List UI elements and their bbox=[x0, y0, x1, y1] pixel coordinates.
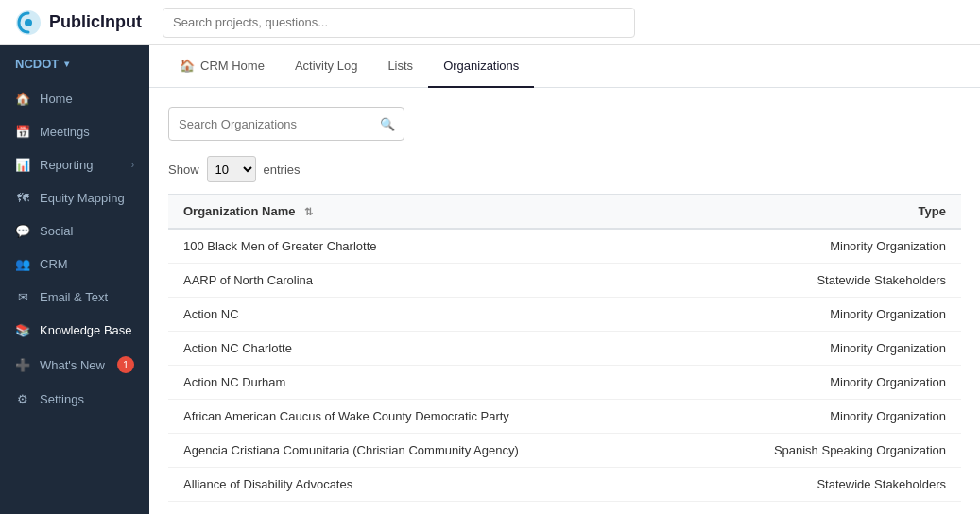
org-type-cell: Minority Organization bbox=[679, 366, 961, 400]
sort-icon: ⇅ bbox=[304, 206, 313, 217]
topbar: PublicInput bbox=[0, 0, 980, 45]
tab-activity-log[interactable]: Activity Log bbox=[280, 45, 372, 88]
sidebar-item-social[interactable]: 💬 Social bbox=[0, 214, 149, 248]
org-type-cell: Spanish Speaking Organization bbox=[679, 434, 961, 468]
tab-organizations[interactable]: Organizations bbox=[428, 45, 534, 88]
entries-label: entries bbox=[264, 163, 301, 177]
org-name-cell: Agencia Cristiana Comunitaria (Christian… bbox=[168, 434, 679, 468]
entries-select[interactable]: 10 25 50 100 bbox=[207, 156, 256, 182]
users-icon: 👥 bbox=[15, 257, 30, 271]
show-label: Show bbox=[168, 163, 199, 177]
global-search-input[interactable] bbox=[163, 8, 635, 38]
sidebar-item-reporting[interactable]: 📊 Reporting › bbox=[0, 148, 149, 181]
sidebar-item-home[interactable]: 🏠 Home bbox=[0, 82, 149, 115]
sidebar-item-label: Social bbox=[40, 224, 134, 238]
sidebar-item-label: What's New bbox=[40, 358, 108, 372]
sidebar-item-label: Knowledge Base bbox=[40, 323, 134, 337]
sidebar-item-label: Home bbox=[40, 92, 134, 106]
org-type-cell: Statewide Stakeholders bbox=[679, 468, 961, 502]
tab-crm-home[interactable]: 🏠 CRM Home bbox=[164, 45, 280, 88]
chevron-down-icon: ▾ bbox=[64, 59, 69, 69]
org-type-cell: Minority Organization bbox=[679, 400, 961, 434]
logo-icon bbox=[15, 9, 42, 36]
org-name-cell: Alliance of Disability Advocates bbox=[168, 468, 679, 502]
tab-bar: 🏠 CRM Home Activity Log Lists Organizati… bbox=[149, 45, 980, 88]
org-name-cell: Black Workers for Justice bbox=[168, 502, 679, 515]
org-name-cell: Action NC Durham bbox=[168, 366, 679, 400]
sidebar-item-label: Reporting bbox=[40, 158, 122, 172]
org-search-input[interactable] bbox=[168, 107, 404, 141]
org-type-cell: Statewide Stakeholders bbox=[679, 264, 961, 298]
sidebar-item-settings[interactable]: ⚙ Settings bbox=[0, 383, 149, 416]
tab-lists[interactable]: Lists bbox=[372, 45, 428, 88]
table-row: Black Workers for Justice Minority Organ… bbox=[168, 502, 961, 515]
sidebar-item-equity-mapping[interactable]: 🗺 Equity Mapping bbox=[0, 181, 149, 214]
org-name: NCDOT bbox=[15, 57, 59, 71]
svg-point-1 bbox=[25, 19, 32, 26]
table-row: Action NC Durham Minority Organization bbox=[168, 366, 961, 400]
calendar-icon: 📅 bbox=[15, 125, 30, 139]
sidebar-item-email-text[interactable]: ✉ Email & Text bbox=[0, 281, 149, 314]
sidebar-item-whats-new[interactable]: ➕ What's New 1 bbox=[0, 347, 149, 383]
org-name-cell: 100 Black Men of Greater Charlotte bbox=[168, 229, 679, 264]
home-icon: 🏠 bbox=[15, 92, 30, 106]
org-name-cell: AARP of North Carolina bbox=[168, 264, 679, 298]
org-type-cell: Minority Organization bbox=[679, 332, 961, 366]
notification-badge: 1 bbox=[117, 356, 134, 373]
sidebar-item-knowledge-base[interactable]: 📚 Knowledge Base bbox=[0, 314, 149, 347]
logo: PublicInput bbox=[15, 9, 147, 36]
search-icon: 🔍 bbox=[380, 117, 395, 131]
show-entries-control: Show 10 25 50 100 entries bbox=[168, 156, 961, 182]
map-icon: 🗺 bbox=[15, 191, 30, 205]
sidebar-item-label: Settings bbox=[40, 392, 134, 406]
organizations-table: Organization Name ⇅ Type 100 Black Men o… bbox=[168, 194, 961, 514]
plus-icon: ➕ bbox=[15, 358, 30, 372]
sidebar-item-label: Meetings bbox=[40, 125, 134, 139]
sidebar-item-label: Email & Text bbox=[40, 290, 134, 304]
sidebar: NCDOT ▾ 🏠 Home 📅 Meetings 📊 Reporting › … bbox=[0, 45, 149, 514]
column-header-type: Type bbox=[679, 195, 961, 230]
content-area: 🏠 CRM Home Activity Log Lists Organizati… bbox=[149, 45, 980, 514]
table-header-row: Organization Name ⇅ Type bbox=[168, 195, 961, 230]
chart-icon: 📊 bbox=[15, 158, 30, 172]
search-wrapper: 🔍 bbox=[168, 107, 404, 141]
table-row: Agencia Cristiana Comunitaria (Christian… bbox=[168, 434, 961, 468]
org-name-cell: Action NC bbox=[168, 298, 679, 332]
table-row: Action NC Minority Organization bbox=[168, 298, 961, 332]
table-row: African American Caucus of Wake County D… bbox=[168, 400, 961, 434]
table-row: Action NC Charlotte Minority Organizatio… bbox=[168, 332, 961, 366]
table-row: 100 Black Men of Greater Charlotte Minor… bbox=[168, 229, 961, 264]
column-header-name[interactable]: Organization Name ⇅ bbox=[168, 195, 679, 230]
table-row: Alliance of Disability Advocates Statewi… bbox=[168, 468, 961, 502]
main-content: 🔍 Show 10 25 50 100 entries Organi bbox=[149, 88, 980, 514]
logo-text: PublicInput bbox=[49, 12, 142, 32]
org-type-cell: Minority Organization bbox=[679, 502, 961, 515]
table-row: AARP of North Carolina Statewide Stakeho… bbox=[168, 264, 961, 298]
home-icon: 🏠 bbox=[180, 59, 195, 73]
email-icon: ✉ bbox=[15, 290, 30, 304]
sidebar-item-label: CRM bbox=[40, 257, 134, 271]
sidebar-item-label: Equity Mapping bbox=[40, 191, 134, 205]
sidebar-item-crm[interactable]: 👥 CRM bbox=[0, 248, 149, 281]
sidebar-item-meetings[interactable]: 📅 Meetings bbox=[0, 115, 149, 148]
chevron-right-icon: › bbox=[131, 160, 134, 170]
org-type-cell: Minority Organization bbox=[679, 229, 961, 264]
gear-icon: ⚙ bbox=[15, 392, 30, 406]
org-name-cell: African American Caucus of Wake County D… bbox=[168, 400, 679, 434]
org-name-cell: Action NC Charlotte bbox=[168, 332, 679, 366]
book-icon: 📚 bbox=[15, 323, 30, 337]
chat-icon: 💬 bbox=[15, 224, 30, 238]
org-selector[interactable]: NCDOT ▾ bbox=[0, 45, 149, 82]
org-type-cell: Minority Organization bbox=[679, 298, 961, 332]
